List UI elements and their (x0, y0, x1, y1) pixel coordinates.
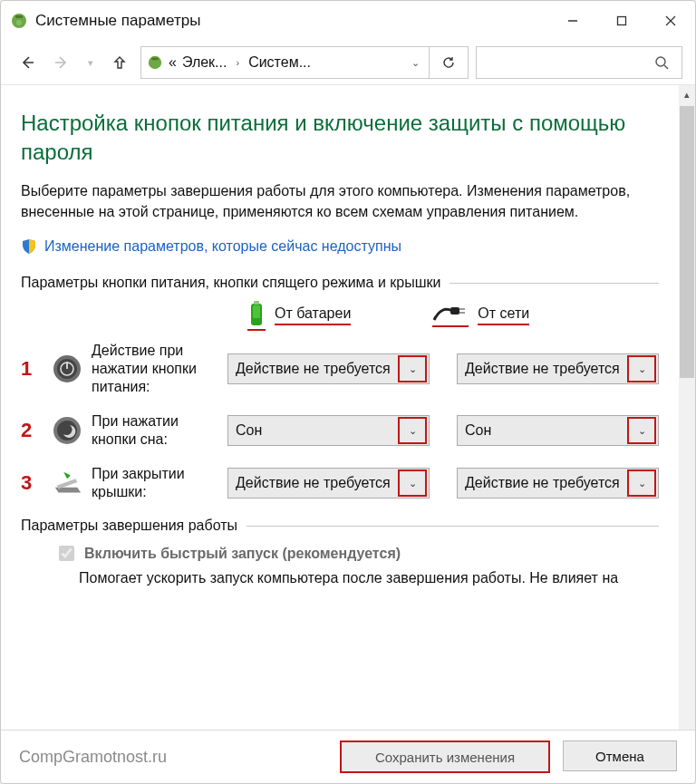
svg-point-2 (16, 20, 22, 25)
footer-bar: CompGramotnost.ru Сохранить изменения От… (1, 730, 695, 783)
sleep-button-battery-select[interactable]: Сон⌄ (227, 415, 430, 446)
scroll-up-icon[interactable]: ▴ (684, 85, 690, 104)
sleep-button-plugged-select[interactable]: Сон⌄ (457, 415, 659, 446)
watermark: CompGramotnost.ru (19, 748, 167, 767)
up-button[interactable] (106, 49, 133, 76)
setting-row-sleep-button: 2 При нажатии кнопки сна: Сон⌄ Сон⌄ (21, 412, 659, 449)
section-title: Параметры завершения работы (21, 518, 659, 534)
row-label: При нажатии кнопки сна: (92, 412, 218, 449)
svg-rect-14 (254, 301, 259, 305)
page-description: Выберите параметры завершения работы для… (21, 180, 659, 222)
vertical-scrollbar[interactable]: ▴ (679, 85, 695, 730)
change-unavailable-settings-link[interactable]: Изменение параметров, которые сейчас нед… (21, 238, 401, 255)
power-button-battery-select[interactable]: Действие не требуется⌄ (227, 353, 430, 384)
shield-icon (21, 238, 37, 255)
sleep-button-icon (52, 415, 82, 446)
checkbox-icon (59, 546, 74, 561)
power-button-plugged-select[interactable]: Действие не требуется⌄ (457, 353, 659, 384)
fast-startup-checkbox[interactable]: Включить быстрый запуск (рекомендуется) (55, 543, 401, 564)
chevron-down-icon[interactable]: ⌄ (408, 57, 423, 69)
setting-row-lid-close: 3 При закрытии крышки: Действие не требу… (21, 465, 659, 501)
svg-line-12 (664, 65, 668, 69)
forward-button[interactable] (48, 49, 75, 76)
chevron-down-icon: ⌄ (398, 417, 427, 444)
chevron-down-icon: ⌄ (627, 469, 656, 497)
column-header-plugged: От сети (432, 300, 529, 331)
row-number: 1 (21, 357, 43, 381)
breadcrumb[interactable]: « Элек... › Систем... ⌄ (140, 46, 430, 79)
svg-point-11 (656, 57, 665, 66)
row-number: 2 (21, 419, 43, 442)
minimize-button[interactable] (548, 1, 597, 41)
row-label: Действие при нажатии кнопки питания: (92, 342, 218, 396)
cancel-button[interactable]: Отмена (563, 740, 677, 771)
breadcrumb-seg[interactable]: Элек... (182, 54, 227, 71)
folder-icon (147, 54, 163, 71)
chevron-down-icon: ⌄ (627, 355, 656, 382)
maximize-button[interactable] (597, 1, 646, 41)
title-bar: Системные параметры (1, 1, 695, 41)
search-icon (654, 55, 669, 70)
chevron-down-icon: ⌄ (398, 355, 427, 382)
page-title: Настройка кнопок питания и включение защ… (21, 109, 659, 168)
plug-icon (432, 304, 469, 327)
svg-rect-1 (15, 15, 23, 18)
chevron-down-icon: ⌄ (398, 469, 427, 497)
chevron-right-icon[interactable]: › (232, 57, 243, 68)
battery-icon (247, 300, 266, 331)
svg-rect-16 (450, 307, 459, 315)
lid-close-plugged-select[interactable]: Действие не требуется⌄ (457, 468, 659, 498)
address-bar: ▾ « Элек... › Систем... ⌄ (1, 41, 695, 84)
row-number: 3 (21, 471, 43, 495)
scrollbar-thumb[interactable] (680, 106, 694, 378)
refresh-button[interactable] (430, 46, 469, 79)
app-icon (10, 12, 28, 30)
column-header-battery: От батареи (247, 300, 351, 331)
power-button-icon (52, 353, 82, 384)
breadcrumb-seg[interactable]: Систем... (248, 54, 311, 71)
window-title: Системные параметры (35, 12, 200, 30)
chevron-down-icon: ⌄ (627, 417, 656, 444)
section-title: Параметры кнопки питания, кнопки спящего… (21, 275, 659, 291)
fast-startup-hint: Помогает ускорить запуск компьютера посл… (55, 568, 659, 588)
lid-close-icon (52, 468, 82, 498)
lid-close-battery-select[interactable]: Действие не требуется⌄ (227, 468, 430, 498)
svg-rect-4 (618, 17, 626, 25)
svg-rect-10 (151, 58, 158, 61)
recent-dropdown[interactable]: ▾ (82, 49, 99, 76)
row-label: При закрытии крышки: (92, 465, 218, 501)
close-button[interactable] (646, 1, 695, 41)
save-button[interactable]: Сохранить изменения (340, 740, 550, 773)
back-button[interactable] (14, 49, 41, 76)
search-input[interactable] (476, 46, 682, 79)
svg-rect-15 (253, 305, 260, 318)
setting-row-power-button: 1 Действие при нажатии кнопки питания: Д… (21, 342, 659, 396)
